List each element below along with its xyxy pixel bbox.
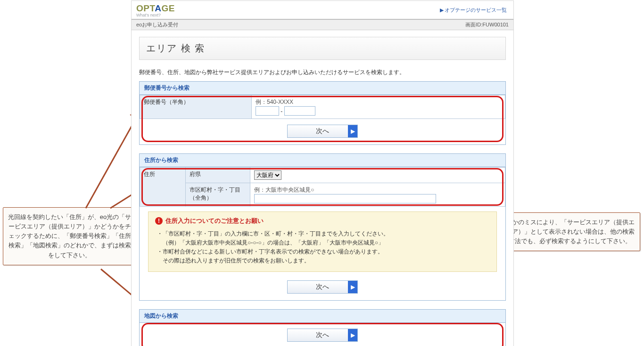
city-label: 市区町村・字・丁目（全角） [186, 183, 250, 207]
pref-label: 府県 [186, 168, 250, 183]
left-callout: 光回線を契約したい「住所」が、eo光の「サービスエリア（提供エリア）」かどうかを… [3, 207, 136, 265]
notice-title: 住所入力についてのご注意とお願い [165, 217, 264, 225]
postal-input-2[interactable] [284, 106, 315, 116]
address-header: 住所から検索 [140, 154, 505, 167]
right-callout-text: 何かのミスにより、「サービスエリア（提供エリア）」として表示されない場合は、他の… [506, 219, 635, 245]
map-next-label: 次へ [316, 331, 329, 338]
pref-select[interactable]: 大阪府 [254, 170, 281, 180]
arrow-right-icon: ▶ [348, 125, 357, 137]
address-next-button[interactable]: 次へ ▶ [287, 280, 358, 294]
postal-value-cell: 例：540-XXXX - [252, 95, 505, 119]
notice-line: ・「市区町村・字・丁目」の入力欄に市・区・町・村・字・丁目までを入力してください… [157, 230, 490, 238]
logo-post: GE [161, 3, 174, 13]
arrow-right-icon: ▶ [348, 281, 357, 293]
notice-line: ・市町村合併などによる新しい市町村・丁字名表示での検索ができない場合があります。 [157, 248, 490, 256]
city-input[interactable] [254, 194, 436, 203]
postal-dash: - [281, 108, 282, 115]
postal-next-button[interactable]: 次へ ▶ [287, 125, 358, 138]
topbar: OPTAGE What's next? ▶オプテージのサービス一覧 [132, 1, 513, 19]
idbar-right: 画面ID:FUW00101 [465, 20, 509, 30]
address-panel: 住所から検索 住所 府県 大阪府 [139, 153, 506, 301]
services-link[interactable]: ▶オプテージのサービス一覧 [440, 7, 507, 14]
pref-cell: 大阪府 [250, 168, 505, 183]
notice-list: ・「市区町村・字・丁目」の入力欄に市・区・町・村・字・丁目までを入力してください… [155, 230, 490, 265]
postal-header: 郵便番号から検索 [140, 82, 505, 95]
left-callout-text: 光回線を契約したい「住所」が、eo光の「サービスエリア（提供エリア）」かどうかを… [8, 213, 131, 259]
address-next-label: 次へ [316, 283, 329, 290]
postal-example: 例：540-XXXX [256, 98, 501, 106]
address-table: 住所 府県 大阪府 市区町村・字・丁目（全角） 例：大阪市中央区城 [140, 167, 505, 207]
warning-icon: ! [155, 217, 163, 225]
id-bar: eoお申し込み受付 画面ID:FUW00101 [132, 19, 513, 30]
postal-panel: 郵便番号から検索 郵便番号（半角） 例：540-XXXX - [139, 81, 506, 145]
intro-text: 郵便番号、住所、地図から弊社サービス提供エリアおよびお申し込みいただけるサービス… [139, 68, 506, 76]
notice-line: その際は恐れ入りますが旧住所での検索をお願いします。 [157, 257, 490, 265]
address-notice: ! 住所入力についてのご注意とお願い ・「市区町村・字・丁目」の入力欄に市・区・… [148, 211, 497, 272]
app-window: OPTAGE What's next? ▶オプテージのサービス一覧 eoお申し込… [131, 0, 514, 346]
postal-input-1[interactable] [256, 106, 279, 116]
postal-next-label: 次へ [316, 127, 329, 135]
city-example: 例：大阪市中央区城見○ [254, 186, 501, 194]
idbar-left: eoお申し込み受付 [136, 20, 178, 30]
city-cell: 例：大阪市中央区城見○ [250, 183, 505, 207]
arrow-right-icon: ▶ [348, 329, 357, 341]
map-header: 地図から検索 [140, 310, 505, 323]
logo-pre: OPT [136, 3, 155, 13]
logo-a: A [155, 3, 161, 13]
notice-line: （例）「大阪府大阪市中央区城見○-○-○」の場合は、「大阪府」「大阪市中央区城見… [157, 239, 490, 247]
map-next-button[interactable]: 次へ ▶ [287, 329, 358, 342]
map-panel: 地図から検索 次へ ▶ [139, 309, 506, 346]
page-title: エリア 検 索 [139, 37, 506, 60]
services-link-label: オプテージのサービス一覧 [445, 7, 507, 13]
right-callout: 何かのミスにより、「サービスエリア（提供エリア）」として表示されない場合は、他の… [500, 212, 640, 251]
address-row-label: 住所 [140, 168, 186, 207]
postal-label: 郵便番号（半角） [140, 95, 252, 119]
brand-logo: OPTAGE What's next? [136, 3, 175, 17]
postal-table: 郵便番号（半角） 例：540-XXXX - [140, 95, 505, 119]
triangle-icon: ▶ [440, 7, 444, 13]
